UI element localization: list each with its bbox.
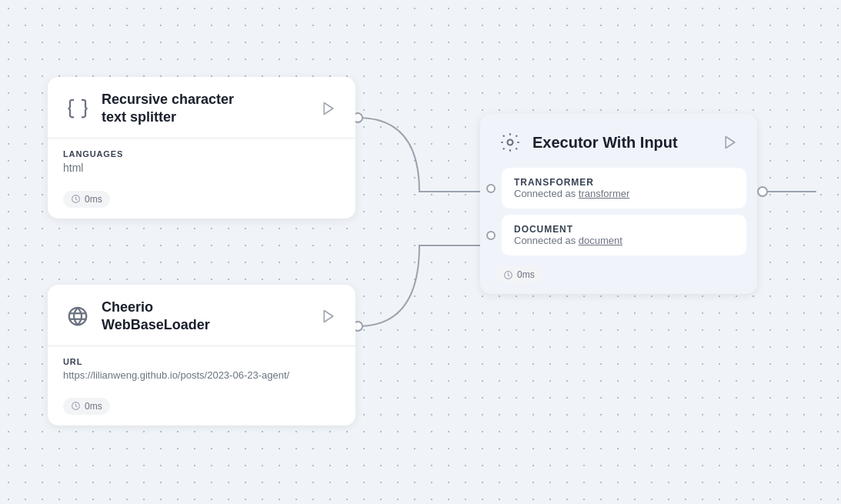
text-splitter-timer-value: 0ms	[85, 194, 102, 205]
executor-run-button[interactable]	[719, 131, 742, 154]
executor-timer: 0ms	[496, 266, 542, 283]
cheerio-footer: 0ms	[48, 392, 355, 426]
svg-marker-0	[324, 103, 333, 115]
executor-node: Executor With Input TRANSFORMER Connecte…	[480, 114, 757, 294]
svg-point-7	[508, 140, 513, 145]
cheerio-run-button[interactable]	[317, 305, 340, 328]
url-value: https://lilianweng.github.io/posts/2023-…	[63, 369, 340, 381]
document-input-slot: DOCUMENT Connected as document	[502, 215, 746, 255]
document-slot-content: DOCUMENT Connected as document	[514, 224, 622, 246]
executor-output-dot[interactable]	[757, 186, 768, 197]
gear-icon	[496, 128, 525, 157]
document-input-dot[interactable]	[486, 231, 496, 240]
transformer-input-slot: TRANSFORMER Connected as transformer	[502, 168, 746, 209]
executor-footer: 0ms	[480, 262, 757, 294]
svg-marker-8	[726, 137, 735, 149]
text-splitter-run-button[interactable]	[317, 97, 340, 120]
document-desc: Connected as document	[514, 235, 622, 246]
cheerio-title: CheerioWebBaseLoader	[102, 299, 210, 335]
cheerio-loader-node: CheerioWebBaseLoader URL https://lilianw…	[48, 285, 355, 426]
timer-icon	[71, 401, 81, 411]
executor-header: Executor With Input	[480, 114, 757, 168]
text-splitter-node: Recursive charactertext splitter LANGUAG…	[48, 77, 355, 219]
canvas: Recursive charactertext splitter LANGUAG…	[0, 0, 841, 504]
executor-timer-value: 0ms	[517, 269, 535, 280]
svg-marker-5	[324, 311, 333, 322]
transformer-desc-text: Connected as	[514, 188, 579, 199]
text-splitter-header: Recursive charactertext splitter	[48, 77, 355, 138]
document-desc-text: Connected as	[514, 235, 579, 246]
url-label: URL	[63, 357, 340, 366]
transformer-input-dot[interactable]	[486, 184, 496, 193]
text-splitter-title: Recursive charactertext splitter	[102, 91, 234, 127]
document-label: DOCUMENT	[514, 224, 622, 235]
header-left: Recursive charactertext splitter	[63, 91, 234, 127]
transformer-desc: Connected as transformer	[514, 188, 629, 199]
timer-icon	[503, 270, 513, 280]
executor-title: Executor With Input	[532, 134, 678, 152]
text-splitter-timer: 0ms	[63, 191, 110, 208]
cheerio-body: URL https://lilianweng.github.io/posts/2…	[48, 346, 355, 392]
languages-value: html	[63, 162, 340, 174]
languages-label: LANGUAGES	[63, 149, 340, 159]
header-left: CheerioWebBaseLoader	[63, 299, 210, 335]
executor-header-left: Executor With Input	[496, 128, 678, 157]
timer-icon	[71, 194, 81, 204]
text-splitter-body: LANGUAGES html	[48, 139, 355, 185]
bracket-icon	[63, 94, 92, 123]
cheerio-timer: 0ms	[63, 398, 110, 415]
transformer-slot-content: TRANSFORMER Connected as transformer	[514, 177, 629, 199]
transformer-link: transformer	[579, 188, 629, 199]
globe-icon	[63, 302, 92, 331]
transformer-label: TRANSFORMER	[514, 177, 629, 188]
cheerio-timer-value: 0ms	[85, 401, 102, 412]
cheerio-header: CheerioWebBaseLoader	[48, 285, 355, 345]
text-splitter-footer: 0ms	[48, 185, 355, 219]
svg-point-2	[69, 308, 87, 325]
document-link: document	[579, 235, 622, 246]
